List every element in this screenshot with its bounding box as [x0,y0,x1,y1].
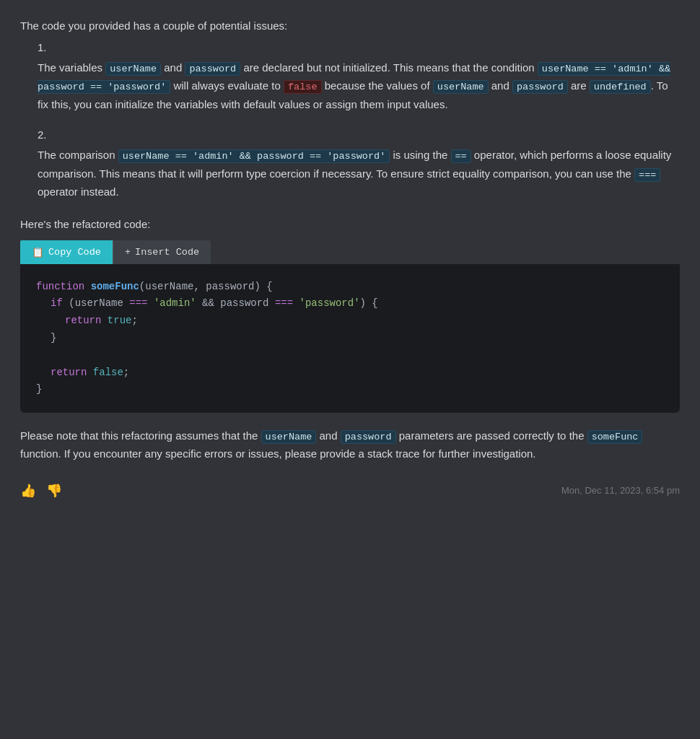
code-false: false [284,80,322,94]
code-line-2: if (userName === 'admin' && password ===… [36,295,664,312]
code-strict-eq: === [634,168,660,182]
list-number-2: 2. [38,126,680,144]
copy-code-label: Copy Code [48,247,101,258]
code-line-3: return true; [36,312,664,330]
code-line-4: } [36,330,664,347]
list-text-2: The comparison userName == 'admin' && pa… [38,147,680,201]
code-condition-2: userName == 'admin' && password == 'pass… [118,149,390,163]
code-password-2: password [512,80,568,94]
timestamp: Mon, Dec 11, 2023, 6:54 pm [561,484,680,499]
code-toolbar: 📋 Copy Code + Insert Code [20,240,680,264]
intro-text: The code you provided has a couple of po… [20,17,680,35]
code-username-2: userName [433,80,489,94]
feedback-icons: 👍 👎 [20,481,62,502]
code-somefunc-footer: someFunc [587,430,643,444]
code-undefined: undefined [590,80,651,94]
code-eq: == [451,149,471,163]
code-username-1: userName [105,62,161,76]
copy-icon: 📋 [32,246,44,258]
code-line-5 [36,347,664,364]
thumbs-up-icon[interactable]: 👍 [20,481,36,502]
code-username-footer: userName [261,430,317,444]
code-block: function someFunc(userName, password) { … [20,264,680,414]
code-password-footer: password [341,430,396,444]
list-number-1: 1. [38,39,680,56]
list-item-1: 1. The variables userName and password a… [38,39,680,113]
issues-list: 1. The variables userName and password a… [38,39,680,201]
message-container: The code you provided has a couple of po… [0,0,700,739]
code-line-6: return false; [36,364,664,382]
footer-note: Please note that this refactoring assume… [20,427,680,463]
code-line-7: } [36,381,664,398]
insert-code-label: Insert Code [135,247,199,258]
list-item-2: 2. The comparison userName == 'admin' &&… [38,126,680,201]
insert-code-button[interactable]: + Insert Code [113,240,211,264]
refactored-label: Here's the refactored code: [20,216,680,233]
code-line-1: function someFunc(userName, password) { [36,279,664,296]
feedback-row: 👍 👎 Mon, Dec 11, 2023, 6:54 pm [20,478,680,502]
code-password-1: password [185,62,240,76]
list-text-1: The variables userName and password are … [38,59,680,113]
thumbs-down-icon[interactable]: 👎 [46,481,62,502]
copy-code-button[interactable]: 📋 Copy Code [20,240,113,264]
insert-icon: + [125,247,131,258]
